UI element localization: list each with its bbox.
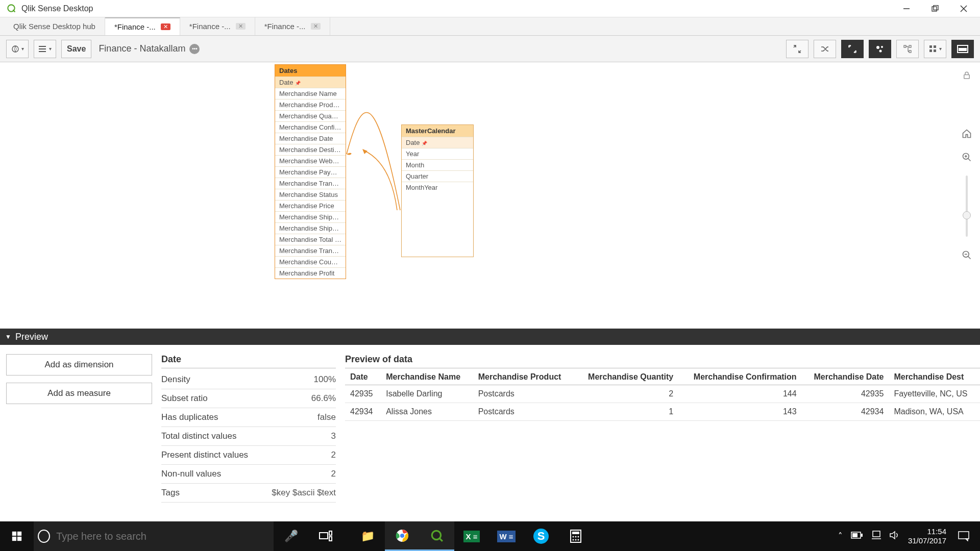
tray-chevron-icon[interactable]: ˄ xyxy=(838,531,843,542)
field[interactable]: Merchandise Profit xyxy=(275,267,346,279)
table-dates[interactable]: Dates Date📌 Merchandise Name Merchandise… xyxy=(275,64,346,279)
field[interactable]: Month xyxy=(402,159,473,170)
field[interactable]: Merchandise Website xyxy=(275,155,346,166)
field[interactable]: Merchandise Price xyxy=(275,200,346,211)
action-center-icon[interactable] xyxy=(954,530,973,543)
field[interactable]: MonthYear xyxy=(402,182,473,193)
stat-duplicates: Has duplicatesfalse xyxy=(161,408,336,427)
svg-rect-16 xyxy=(909,51,911,53)
table-header[interactable]: Dates xyxy=(275,65,346,77)
svg-line-30 xyxy=(968,257,971,259)
tab-finance-2[interactable]: *Finance -...✕ xyxy=(180,17,255,35)
tab-close-icon[interactable]: ✕ xyxy=(311,23,321,30)
list-menu-button[interactable] xyxy=(34,40,56,58)
taskbar-clock[interactable]: 11:54 31/07/2017 xyxy=(908,527,946,545)
svg-rect-36 xyxy=(320,533,328,539)
app-calculator[interactable] xyxy=(558,521,593,551)
titlebar: Qlik Sense Desktop xyxy=(0,0,980,17)
search-input[interactable] xyxy=(56,531,264,542)
mic-icon[interactable]: 🎤 xyxy=(274,521,308,551)
svg-marker-59 xyxy=(966,539,968,541)
field[interactable]: Merchandise Date xyxy=(275,133,346,144)
panel-view-button[interactable] xyxy=(951,40,974,58)
field[interactable]: Merchandise Confir... xyxy=(275,121,346,133)
grid-view-button[interactable] xyxy=(924,40,946,58)
field[interactable]: Merchandise Name xyxy=(275,88,346,99)
field-date[interactable]: Date📌 xyxy=(275,77,346,88)
tab-hub[interactable]: Qlik Sense Desktop hub xyxy=(4,17,105,35)
svg-rect-55 xyxy=(873,531,880,537)
data-preview-title: Preview of data xyxy=(345,354,980,368)
field[interactable]: Merchandise Shippin... xyxy=(275,211,346,222)
taskbar-search[interactable] xyxy=(34,521,274,551)
app-excel[interactable]: X ≡ xyxy=(454,521,489,551)
add-as-dimension-button[interactable]: Add as dimension xyxy=(6,354,152,375)
app-qlik[interactable] xyxy=(420,521,454,551)
minimize-button[interactable] xyxy=(892,0,921,17)
tab-finance-3[interactable]: *Finance -...✕ xyxy=(255,17,330,35)
app-word[interactable]: W ≡ xyxy=(489,521,524,551)
close-button[interactable] xyxy=(949,0,978,17)
maximize-button[interactable] xyxy=(921,0,949,17)
svg-rect-19 xyxy=(929,49,932,52)
start-button[interactable] xyxy=(0,531,34,542)
zoom-thumb[interactable] xyxy=(963,211,971,219)
more-icon[interactable]: ••• xyxy=(189,44,200,54)
zoom-in-icon[interactable] xyxy=(960,150,974,164)
bubble-view-button[interactable] xyxy=(869,40,891,58)
stat-total-distinct: Total distinct values3 xyxy=(161,427,336,446)
key-icon: 📌 xyxy=(422,141,427,146)
volume-icon[interactable] xyxy=(890,531,900,542)
field[interactable]: Merchandise Destina... xyxy=(275,144,346,155)
field[interactable]: Merchandise Status xyxy=(275,189,346,200)
app-skype[interactable]: S xyxy=(524,521,558,551)
zoom-slider[interactable] xyxy=(966,176,968,237)
network-icon[interactable] xyxy=(871,531,881,542)
tab-finance-1[interactable]: *Finance -...✕ xyxy=(105,17,180,35)
table-row[interactable]: 42935Isabelle DarlingPostcards214442935F… xyxy=(345,385,980,403)
expand-button[interactable] xyxy=(841,40,864,58)
collapse-button[interactable] xyxy=(786,40,808,58)
stat-tags: Tags$key $ascii $text xyxy=(161,484,336,503)
shuffle-button[interactable] xyxy=(814,40,836,58)
home-icon[interactable] xyxy=(960,127,974,141)
svg-rect-35 xyxy=(17,537,21,541)
app-file-explorer[interactable]: 📁 xyxy=(350,521,385,551)
app-name-label: Finance - Natakallam ••• xyxy=(99,43,200,54)
field[interactable]: Merchandise Product xyxy=(275,99,346,110)
svg-rect-53 xyxy=(861,534,863,537)
table-mastercalendar[interactable]: MasterCalendar Date📌 Year Month Quarter … xyxy=(401,124,474,257)
field[interactable]: Merchandise Country xyxy=(275,256,346,267)
field[interactable]: Merchandise Transfe... xyxy=(275,178,346,189)
field[interactable]: Merchandise Quantity xyxy=(275,110,346,121)
table-header[interactable]: MasterCalendar xyxy=(402,125,473,137)
add-as-measure-button[interactable]: Add as measure xyxy=(6,383,152,404)
svg-point-50 xyxy=(575,539,577,541)
field[interactable]: Quarter xyxy=(402,170,473,182)
preview-header[interactable]: ▼ Preview xyxy=(0,329,980,345)
field[interactable]: Merchandise Payme... xyxy=(275,166,346,178)
field[interactable]: Merchandise Shippin... xyxy=(275,222,346,234)
svg-rect-24 xyxy=(964,75,970,79)
tree-view-button[interactable] xyxy=(896,40,919,58)
zoom-out-icon[interactable] xyxy=(960,248,974,262)
task-view-button[interactable] xyxy=(308,521,343,551)
collapse-icon: ▼ xyxy=(5,333,11,340)
window-controls xyxy=(892,0,978,17)
field[interactable]: Year xyxy=(402,148,473,159)
tab-close-icon[interactable]: ✕ xyxy=(236,23,246,30)
data-model-canvas[interactable]: Dates Date📌 Merchandise Name Merchandise… xyxy=(0,62,980,329)
battery-icon[interactable] xyxy=(851,531,863,541)
lock-icon[interactable] xyxy=(960,68,974,83)
tab-close-icon[interactable]: ✕ xyxy=(161,23,170,30)
nav-menu-button[interactable] xyxy=(6,40,29,58)
app-chrome[interactable] xyxy=(385,521,420,551)
field[interactable]: Merchandise Transa... xyxy=(275,245,346,256)
table-row[interactable]: 42934Alissa JonesPostcards114342934Madis… xyxy=(345,403,980,421)
save-button[interactable]: Save xyxy=(61,40,91,58)
svg-rect-38 xyxy=(329,537,332,541)
field-date[interactable]: Date📌 xyxy=(402,137,473,148)
field[interactable]: Merchandise Total R... xyxy=(275,234,346,245)
table-header-row: Date Merchandise Name Merchandise Produc… xyxy=(345,369,980,385)
svg-rect-18 xyxy=(934,45,936,48)
